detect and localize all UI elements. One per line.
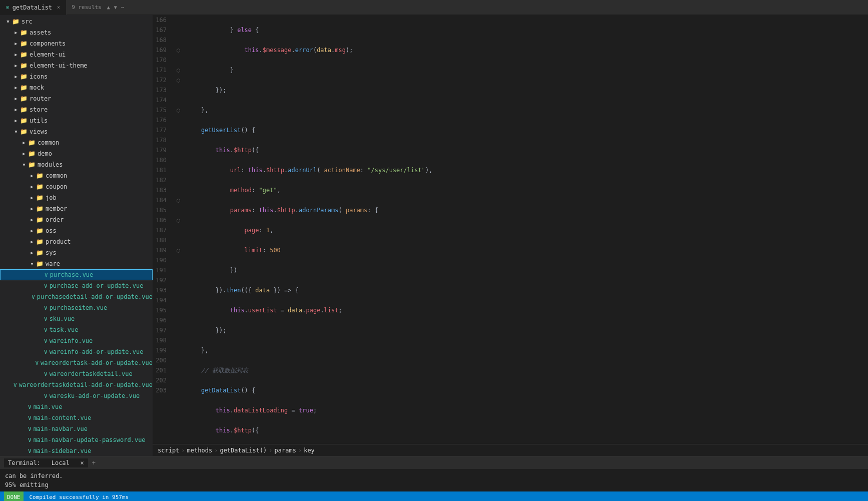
build-status-badge: DONE (4, 491, 24, 501)
sidebar-label-sys: sys (46, 249, 57, 256)
sidebar-item-mock[interactable]: ▶ 📁 mock (0, 82, 153, 93)
sidebar-item-wareordertaskdetail-add[interactable]: V wareordertaskdetail-add-or-update.vue (0, 379, 153, 390)
sidebar-label-wareordertaskdetail: wareordertaskdetail.vue (50, 370, 133, 377)
sidebar-item-demo[interactable]: ▶ 📁 demo (0, 148, 153, 159)
sidebar-item-main-sidebar[interactable]: V main-sidebar.vue (0, 445, 153, 456)
ln-183: 183 (153, 185, 172, 195)
ln-199: 199 (153, 345, 172, 355)
ln-181: 181 (153, 165, 172, 175)
folder-icon-router: 📁 (20, 95, 28, 102)
code-line-167: this.$message.error(data.msg); (187, 45, 868, 55)
sidebar-item-views[interactable]: ▼ 📁 views (0, 126, 153, 137)
search-next-button[interactable]: ▼ (113, 4, 119, 11)
tab-search-icon: ⊙ (6, 4, 10, 11)
terminal-tab-local[interactable]: Terminal: Local × (4, 458, 88, 467)
sidebar-label-icons: icons (30, 73, 48, 80)
folder-arrow-demo: ▶ (20, 151, 28, 156)
sidebar-item-common2[interactable]: ▶ 📁 common (0, 170, 153, 181)
ln-189: 189 (153, 245, 172, 255)
code-line-168: } (187, 65, 868, 75)
ln-182: 182 (153, 175, 172, 185)
sidebar-item-element-ui[interactable]: ▶ 📁 element-ui (0, 49, 153, 60)
ln-169: 169 (153, 45, 172, 55)
code-line-182: }, (187, 345, 868, 355)
vue-icon-main: V (28, 404, 32, 410)
sidebar-item-wareordertask-add[interactable]: V wareordertask-add-or-update.vue (0, 357, 153, 368)
sidebar-item-purchasedetail-add[interactable]: V purchasedetail-add-or-update.vue (0, 291, 153, 302)
sidebar-item-waresku-add[interactable]: V waresku-add-or-update.vue (0, 390, 153, 401)
sidebar-item-components[interactable]: ▶ 📁 components (0, 38, 153, 49)
code-line-169: }); (187, 85, 868, 95)
vue-icon-wareinfo: V (44, 338, 48, 344)
sidebar-item-element-ui-theme[interactable]: ▶ 📁 element-ui-theme (0, 60, 153, 71)
ln-166: 166 (153, 15, 172, 25)
folder-arrow-coupon: ▶ (28, 184, 36, 189)
sidebar-item-ware[interactable]: ▼ 📁 ware (0, 258, 153, 269)
sidebar-item-main-navbar-update[interactable]: V main-navbar-update-password.vue (0, 434, 153, 445)
code-container[interactable]: 166 167 168 169 170 171 172 173 174 175 … (153, 15, 868, 444)
folder-arrow-icons: ▶ (12, 74, 20, 79)
vue-icon-main-content: V (28, 415, 32, 421)
code-lines[interactable]: } else { this.$message.error(data.msg); … (185, 15, 868, 444)
sidebar-item-wareinfo[interactable]: V wareinfo.vue (0, 335, 153, 346)
code-line-178: }) (187, 265, 868, 275)
sidebar-item-store[interactable]: ▶ 📁 store (0, 104, 153, 115)
sidebar-item-common[interactable]: ▶ 📁 common (0, 137, 153, 148)
search-options-button[interactable]: ⋯ (120, 4, 126, 11)
sidebar-item-main-navbar[interactable]: V main-navbar.vue (0, 423, 153, 434)
ln-186: 186 (153, 215, 172, 225)
terminal-add-tab-button[interactable]: + (92, 459, 96, 466)
sidebar-item-label-src: src (22, 18, 33, 25)
sidebar-item-modules[interactable]: ▼ 📁 modules (0, 159, 153, 170)
sidebar-item-sys[interactable]: ▶ 📁 sys (0, 247, 153, 258)
sidebar-item-wareinfo-add[interactable]: V wareinfo-add-or-update.vue (0, 346, 153, 357)
terminal-tab-bar: Terminal: Local × + (0, 456, 868, 469)
sidebar-item-coupon[interactable]: ▶ 📁 coupon (0, 181, 153, 192)
ln-173: 173 (153, 85, 172, 95)
ln-201: 201 (153, 365, 172, 375)
folder-icon-views: 📁 (20, 128, 28, 135)
sidebar-item-purchase-vue[interactable]: V purchase.vue (0, 269, 153, 280)
vue-icon-task: V (44, 327, 48, 333)
folder-arrow-common: ▶ (20, 140, 28, 145)
folder-arrow-assets: ▶ (12, 30, 20, 35)
vue-icon-wareinfo-add: V (44, 349, 48, 355)
breadcrumb-sep-1: › (181, 447, 185, 454)
sidebar-item-wareordertaskdetail[interactable]: V wareordertaskdetail.vue (0, 368, 153, 379)
sidebar-item-src[interactable]: ▼ 📁 src (0, 16, 153, 27)
ln-174: 174 (153, 95, 172, 105)
sidebar-item-member[interactable]: ▶ 📁 member (0, 203, 153, 214)
folder-icon-components: 📁 (20, 40, 28, 47)
folder-arrow-modules: ▼ (20, 162, 28, 167)
sidebar-item-job[interactable]: ▶ 📁 job (0, 192, 153, 203)
code-line-177: limit: 500 (187, 245, 868, 255)
sidebar-item-main-vue[interactable]: V main.vue (0, 401, 153, 412)
code-editor: 166 167 168 169 170 171 172 173 174 175 … (153, 15, 868, 456)
sidebar-item-purchaseitem[interactable]: V purchaseitem.vue (0, 302, 153, 313)
tab-close-button[interactable]: × (57, 5, 60, 10)
sidebar-item-order[interactable]: ▶ 📁 order (0, 214, 153, 225)
sidebar-item-main-content[interactable]: V main-content.vue (0, 412, 153, 423)
ln-197: 197 (153, 325, 172, 335)
terminal-line-1: can be inferred. (5, 471, 863, 480)
sidebar-item-sku[interactable]: V sku.vue (0, 313, 153, 324)
search-prev-button[interactable]: ▲ (106, 4, 112, 11)
build-status-text: Compiled successfully in 957ms (30, 494, 129, 500)
sidebar-item-icons[interactable]: ▶ 📁 icons (0, 71, 153, 82)
code-line-172: this.$http({ (187, 145, 868, 155)
sidebar-item-assets[interactable]: ▶ 📁 assets (0, 27, 153, 38)
folder-arrow-sys: ▶ (28, 250, 36, 255)
sidebar-label-job: job (46, 194, 57, 201)
sidebar-item-product[interactable]: ▶ 📁 product (0, 236, 153, 247)
sidebar-label-wareordertask: wareordertask-add-or-update.vue (41, 359, 153, 366)
sidebar-label-purchase-vue: purchase.vue (50, 271, 94, 278)
folder-arrow-router: ▶ (12, 96, 20, 101)
sidebar-item-utils[interactable]: ▶ 📁 utils (0, 115, 153, 126)
sidebar-item-purchase-add[interactable]: V purchase-add-or-update.vue (0, 280, 153, 291)
sidebar-item-router[interactable]: ▶ 📁 router (0, 93, 153, 104)
active-tab[interactable]: ⊙ getDataList × (0, 0, 67, 15)
sidebar-item-task[interactable]: V task.vue (0, 324, 153, 335)
code-line-173: url: this.$http.adornUrl( actionName: "/… (187, 165, 868, 175)
sidebar-item-oss[interactable]: ▶ 📁 oss (0, 225, 153, 236)
sidebar-label-main-navbar: main-navbar.vue (34, 425, 88, 432)
